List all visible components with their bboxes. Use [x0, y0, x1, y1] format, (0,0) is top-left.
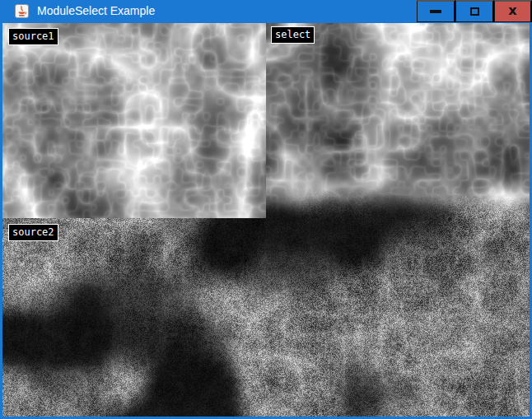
close-button[interactable]: x: [494, 0, 532, 22]
source1-image: [2, 23, 266, 219]
select-label: select: [271, 26, 315, 44]
source2-label: source2: [8, 224, 58, 241]
maximize-icon: [470, 7, 479, 16]
minimize-button[interactable]: [417, 0, 455, 22]
source2-image: [2, 218, 266, 417]
maximize-button[interactable]: [455, 0, 494, 22]
close-icon: x: [508, 4, 516, 17]
titlebar[interactable]: ModuleSelect Example x: [0, 0, 532, 23]
minimize-icon: [430, 10, 441, 13]
window-title: ModuleSelect Example: [37, 0, 155, 23]
window-controls: x: [417, 0, 532, 22]
source1-label: source1: [8, 28, 58, 45]
render-area: source1 select source2: [2, 23, 530, 417]
app-window: ModuleSelect Example x source1 select so…: [0, 0, 532, 419]
java-app-icon: [15, 4, 29, 18]
